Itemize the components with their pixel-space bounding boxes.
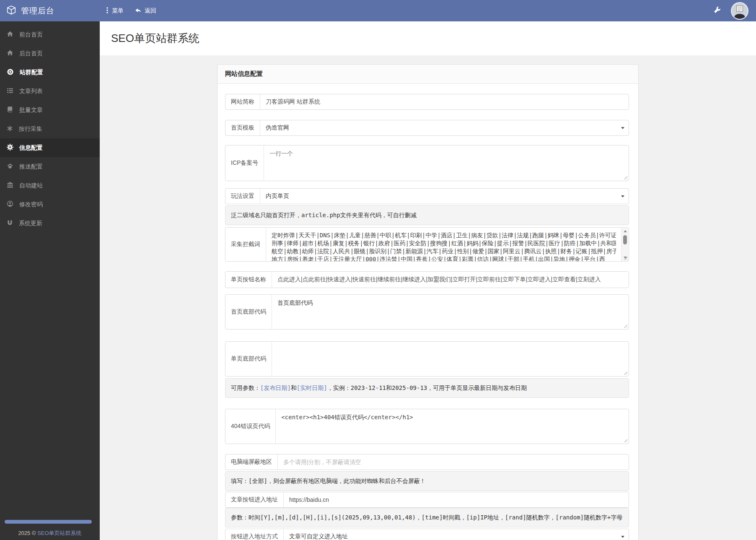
hint-text: 可用参数： (231, 384, 260, 391)
back-button[interactable]: 返回 (135, 7, 156, 15)
sidebar-item-label: 前台首页 (19, 31, 43, 39)
sidebar-scrollbar-thumb[interactable] (5, 520, 92, 524)
home-template-select[interactable]: 伪造官网 (260, 120, 629, 135)
menu-toggle[interactable]: 菜单 (106, 7, 124, 15)
block-words-line: 地方|房拆|养老|干店|无注册大厅|000|违法禁|中国|香蕉|公安|体育|彩票… (272, 255, 616, 261)
bank-icon (7, 182, 13, 190)
panel-title: 网站信息配置 (217, 65, 638, 84)
field-label: 按钮进入地址方式 (225, 529, 284, 540)
sidebar-item-front-home[interactable]: 前台首页 (0, 25, 100, 44)
icp-textarea[interactable] (264, 145, 629, 181)
field-404-code: 404错误页代码 <center><h1>404错误页代码</center></… (225, 409, 629, 444)
pc-block-area-hint: 填写：[全部]，则会屏蔽所有地区电脑端，此功能对蜘蛛和后台不会屏蔽！ (225, 471, 629, 491)
selected-option: 伪造官网 (266, 124, 289, 132)
menu-icon (106, 7, 109, 15)
home-icon (7, 49, 13, 57)
field-label: 玩法设置 (225, 189, 260, 204)
selected-option: 文章可自定义进入地址 (289, 533, 348, 540)
content-area: 网站信息配置 网站简称 首页模板 伪造官网 ICP备案号 (100, 55, 756, 540)
sidebar-item-system-update[interactable]: 系统更新 (0, 214, 100, 233)
top-bar: 管理后台 菜单 返回 (0, 0, 756, 21)
article-button-url-input[interactable] (284, 492, 629, 507)
sidebar-item-batch-articles[interactable]: 批量文章 (0, 101, 100, 119)
brand-title: 管理后台 (21, 5, 54, 16)
scrollbar-thumb[interactable] (623, 235, 627, 244)
publish-date-link[interactable]: [发布日期] (260, 384, 291, 391)
button-names-input[interactable] (272, 272, 629, 288)
pc-block-area-input[interactable] (278, 454, 629, 470)
sidebar-menu: 前台首页 后台首页 站群配置 文章列表 批量文章 按行采集 信息配置 (0, 21, 100, 233)
page-footer-code-textarea[interactable] (272, 342, 629, 376)
sidebar-item-admin-home[interactable]: 后台首页 (0, 44, 100, 63)
field-label: 文章按钮进入地址 (225, 492, 284, 507)
field-site-name: 网站简称 (225, 94, 629, 110)
field-block-words: 采集拦截词 定时炸弹|天天干|DNS|床垫|儿童|慈善|中职|机车|印刷|中学|… (225, 227, 629, 262)
footer-link[interactable]: SEO单页站群系统 (37, 530, 81, 536)
play-mode-select[interactable]: 内页单页 (260, 189, 629, 204)
sidebar-item-sitegroup-config[interactable]: 站群配置 (0, 63, 100, 82)
sidebar-item-auto-build[interactable]: 自动建站 (0, 176, 100, 195)
button-url-mode-select[interactable]: 文章可自定义进入地址 (284, 529, 629, 540)
field-play-mode: 玩法设置 内页单页 (225, 188, 629, 204)
wrench-icon[interactable] (714, 6, 721, 15)
page-title: SEO单页站群系统 (111, 31, 199, 46)
page-header: SEO单页站群系统 (100, 21, 756, 55)
field-button-names: 单页按钮名称 (225, 271, 629, 288)
scroll-up-icon[interactable] (621, 228, 629, 234)
asterisk-icon (7, 125, 13, 133)
sidebar-item-label: 信息配置 (19, 144, 43, 152)
user-circle-icon (7, 200, 13, 208)
block-words-line: 航空|幼教|幼师|法院|人民共|眼镜|脸识别|门禁|新能源|汽车|药业|性别|做… (272, 247, 616, 255)
brand[interactable]: 管理后台 (0, 5, 100, 17)
sidebar-item-label: 站群配置 (20, 69, 43, 76)
sidebar-item-label: 后台首页 (19, 50, 43, 57)
textarea-scrollbar[interactable] (621, 228, 628, 261)
field-label: 404错误页代码 (225, 409, 276, 444)
home-footer-code-textarea[interactable]: 首页底部代码 (272, 295, 629, 329)
field-button-url-mode: 按钮进入地址方式 文章可自定义进入地址 (225, 529, 629, 540)
main-area: SEO单页站群系统 网站信息配置 网站简称 首页模板 伪造官网 ICP备案号 (100, 21, 756, 540)
sidebar-item-label: 文章列表 (19, 88, 43, 95)
play-mode-hint: 泛二级域名只能首页打开，article.php文件夹里有代码，可自行删减 (225, 205, 629, 225)
sidebar-footer: 2025 © SEO单页站群系统 (0, 530, 100, 537)
field-page-footer-code: 单页底部代码 (225, 341, 629, 376)
field-label: 采集拦截词 (225, 228, 266, 261)
block-words-textarea[interactable]: 定时炸弹|天天干|DNS|床垫|儿童|慈善|中职|机车|印刷|中学|酒店|卫生|… (266, 228, 629, 261)
menu-label: 菜单 (112, 7, 124, 15)
realtime-date-link[interactable]: [实时日期] (297, 384, 327, 391)
field-pc-block-area: 电脑端屏蔽地区 (225, 454, 629, 470)
sidebar-item-label: 系统更新 (19, 220, 42, 227)
back-label: 返回 (145, 7, 156, 15)
back-arrow-icon (135, 7, 142, 15)
cube-icon (6, 5, 16, 17)
sidebar-item-push-config[interactable]: 推送配置 (0, 157, 100, 176)
top-nav: 菜单 返回 (100, 7, 156, 15)
selected-option: 内页单页 (266, 192, 289, 200)
hint-text: ，实例：2023-12-11和2025-09-13，可用于单页显示最新日期与发布… (327, 384, 527, 391)
site-info-form: 网站简称 首页模板 伪造官网 ICP备案号 玩法设置 内页单页 (217, 84, 638, 540)
block-words-line: 定时炸弹|天天干|DNS|床垫|儿童|慈善|中职|机车|印刷|中学|酒店|卫生|… (272, 231, 616, 239)
field-home-footer-code: 首页底部代码 首页底部代码 (225, 294, 629, 330)
sidebar-item-change-password[interactable]: 修改密码 (0, 195, 100, 214)
avatar[interactable] (731, 2, 748, 20)
field-home-template: 首页模板 伪造官网 (225, 120, 629, 136)
sidebar-item-line-collect[interactable]: 按行采集 (0, 119, 100, 138)
scroll-down-icon[interactable] (621, 254, 629, 261)
gear-icon (7, 144, 13, 152)
block-words-line: 刑事|律师|超市|机场|康复|税务|银行|政府|医药|安全防|搜狗搜|红酒|妈妈… (272, 239, 616, 247)
error404-textarea[interactable]: <center><h1>404错误页代码</center></h1> (276, 409, 629, 444)
field-label: 首页底部代码 (225, 295, 272, 329)
sidebar-item-label: 按行采集 (19, 125, 42, 133)
sidebar-item-article-list[interactable]: 文章列表 (0, 82, 100, 101)
topbar-right (714, 2, 756, 20)
sidebar-item-info-config[interactable]: 信息配置 (0, 138, 100, 157)
field-icp: ICP备案号 (225, 145, 629, 181)
field-label: 单页按钮名称 (225, 272, 272, 288)
field-label: 首页模板 (225, 120, 260, 135)
article-button-url-hint: 参数：时间[Y],[m],[d],[H],[i],[s](2025,09,13,… (225, 508, 629, 527)
site-name-input[interactable] (260, 94, 629, 109)
copyright-text: 2025 © (18, 530, 37, 536)
sidebar-item-label: 自动建站 (19, 182, 43, 190)
home-icon (7, 31, 13, 39)
book-icon (7, 106, 13, 114)
